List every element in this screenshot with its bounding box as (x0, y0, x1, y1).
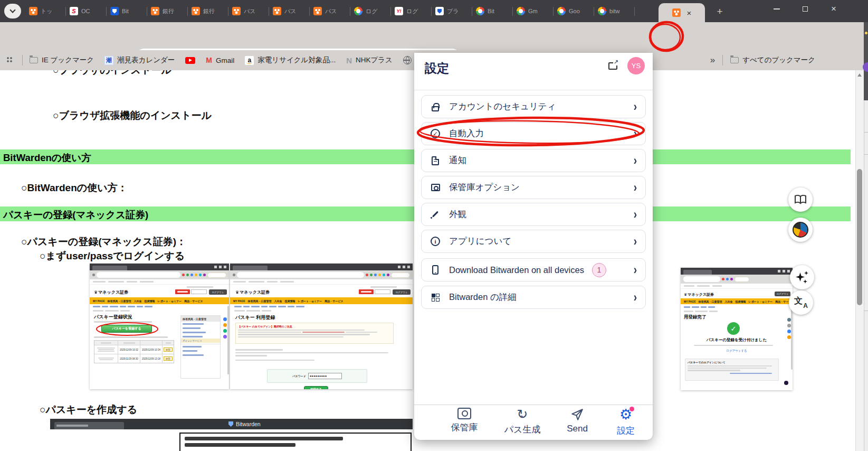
tab[interactable]: OC (66, 0, 106, 22)
popout-icon[interactable] (608, 62, 617, 70)
ai-sparkle-button[interactable] (790, 265, 814, 289)
send-plane-icon (570, 408, 584, 421)
all-bookmarks-button[interactable]: すべてのブックマーク (730, 55, 815, 65)
mini-icon-column (787, 318, 791, 339)
menu-item-appearance[interactable]: 外観 › (421, 203, 646, 226)
xampp-favicon (192, 7, 200, 15)
bookmarks-right: » すべてのブックマーク (710, 50, 815, 70)
window-close-button[interactable]: × (822, 0, 846, 18)
tab-label: OC (81, 8, 102, 14)
mini-titlebar (681, 268, 793, 275)
tab[interactable]: パス (269, 0, 309, 22)
menu-item-notifications[interactable]: 通知 › (421, 149, 646, 172)
chevron-right-icon: › (634, 127, 637, 140)
tab[interactable]: Bit (107, 0, 147, 22)
youtube-icon (185, 57, 195, 64)
menu-item-account-security[interactable]: アカウントのセキュリティ › (421, 95, 646, 118)
line-usage: ○BitWardenの使い方： (21, 181, 128, 195)
mini-scrollbar (791, 306, 793, 370)
tab[interactable]: 銀行 (188, 0, 228, 22)
chevron-right-icon: › (634, 154, 637, 167)
screenshot-passkey-status: マネックス証券 ログアウト MY PAGE 保有残高・口座管理 入出金 投資情報… (90, 264, 229, 389)
apps-grid-icon[interactable] (6, 57, 13, 63)
new-tab-button[interactable]: + (713, 5, 726, 18)
tab[interactable]: パス (228, 0, 269, 22)
tab[interactable]: ログ (391, 0, 431, 22)
phone-icon (430, 264, 441, 276)
menu-item-label: 保管庫オプション (449, 182, 520, 193)
tab-label: ログ (406, 7, 427, 15)
bookmarks-overflow-icon[interactable]: » (710, 55, 715, 65)
tabs-container: トッ OC Bit 銀行 銀行 パス パス パス ログ ログ ブラ Bit Gm… (25, 0, 635, 22)
bookmark-ie-folder[interactable]: IE ブックマーク (30, 55, 94, 65)
folder-icon (30, 57, 38, 63)
window-maximize-button[interactable] (793, 0, 817, 18)
google-favicon (517, 7, 525, 15)
minimize-icon (774, 8, 780, 10)
menu-item-bitwarden-details[interactable]: Bitwarden の詳細 › (421, 286, 646, 309)
tab[interactable]: パス (310, 0, 350, 22)
bookmark-gmail[interactable]: MGmail (206, 56, 234, 64)
tab[interactable]: Gm (513, 0, 553, 22)
scroll-up-arrow[interactable] (857, 73, 862, 77)
nav-settings[interactable]: ⚙ 設定 (597, 408, 655, 437)
active-tab[interactable]: × (659, 3, 705, 22)
tab-close-icon[interactable]: × (687, 9, 692, 17)
scrollbar-thumb[interactable] (857, 169, 862, 305)
account-avatar[interactable]: YS (627, 57, 645, 74)
folder-icon (730, 57, 739, 63)
tab[interactable]: ログ (350, 0, 390, 22)
nav-generator[interactable]: ↻ パス生成 (493, 408, 551, 436)
menu-item-download-devices[interactable]: Download Bitwarden on all devices 1 › (421, 258, 646, 281)
mini-bookmarks (681, 284, 793, 289)
bookmark-youtube[interactable] (185, 57, 195, 64)
bitwarden-favicon (110, 7, 119, 15)
tab[interactable]: bitw (594, 0, 634, 22)
menu-item-about[interactable]: i アプリについて › (421, 230, 646, 253)
monex-logo: マネックス証券 (235, 289, 270, 295)
mini-titlebar (230, 264, 413, 270)
tab[interactable]: Bit (472, 0, 512, 22)
background-dot (865, 32, 867, 34)
menu-item-vault-options[interactable]: 保管庫オプション › (421, 176, 646, 199)
gear-icon: ⚙ (618, 408, 633, 422)
tab-label: 銀行 (163, 7, 184, 15)
mini-red-button (175, 289, 190, 294)
mini-heading: パスキー登録状況 (94, 314, 132, 321)
bookmark-label: NHKプラス (356, 55, 393, 65)
mini-breadcrumb (234, 310, 271, 312)
mini-links (234, 306, 304, 307)
tab-search-button[interactable] (4, 4, 21, 18)
mini-breadcrumb (93, 310, 130, 312)
nav-vault[interactable]: 保管庫 (435, 408, 493, 434)
bookmark-nhk[interactable]: NNHKプラス (346, 55, 393, 65)
mini-toolbar (90, 270, 229, 279)
translate-page-button[interactable]: 文A (789, 290, 813, 315)
mini-info-box: パスキーでのログインについて (685, 359, 779, 381)
nav-label: 保管庫 (451, 421, 478, 434)
chevron-right-icon: › (634, 181, 637, 194)
window-minimize-button[interactable] (765, 0, 789, 18)
xampp-favicon (151, 7, 159, 15)
colorful-sphere-button[interactable] (788, 218, 813, 242)
tab[interactable]: トッ (25, 0, 65, 22)
tab[interactable]: 銀行 (147, 0, 187, 22)
tab[interactable]: Goo (554, 0, 594, 22)
reading-list-button[interactable] (788, 187, 813, 212)
mini-password-field: ●●●●●●●●● (308, 373, 342, 379)
chevron-right-icon: › (634, 291, 637, 304)
tab-strip: トッ OC Bit 銀行 銀行 パス パス パス ログ ログ ブラ Bit Gm… (0, 0, 868, 22)
tab[interactable]: ブラ (432, 0, 472, 22)
mini-titlebar (90, 264, 229, 270)
mini-links (684, 306, 715, 308)
mini-passkey-table: 2025/12/09 10:32 2025/12/09 10:34 解除 202… (94, 340, 174, 363)
bookmark-tide-calendar[interactable]: 潮潮見表カレンダー (104, 55, 175, 65)
menu-item-autofill[interactable]: ✓ 自動入力 › (421, 122, 646, 145)
bookmarks-divider (722, 55, 723, 65)
menu-item-label: 通知 (449, 155, 466, 166)
ocn-favicon (70, 7, 78, 15)
vault-icon (430, 182, 441, 193)
tab-label: Bit (122, 8, 143, 14)
mini-bookmarks (90, 279, 229, 285)
bookmark-amazon[interactable]: a家電リサイクル対象品... (245, 55, 336, 65)
